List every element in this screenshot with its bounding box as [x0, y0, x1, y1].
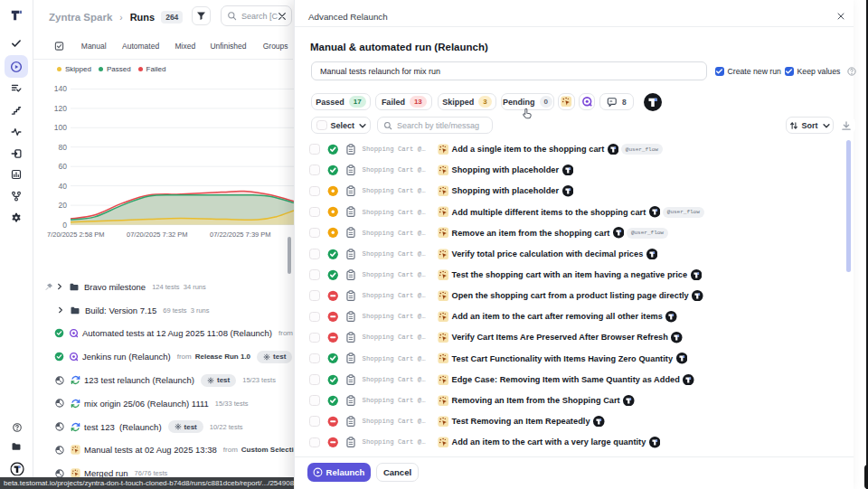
- svg-text:140: 140: [54, 84, 67, 93]
- svg-text:40: 40: [59, 182, 68, 191]
- svg-text:60: 60: [59, 162, 68, 171]
- svg-text:0: 0: [62, 221, 67, 230]
- svg-text:100: 100: [54, 123, 67, 132]
- svg-text:20: 20: [59, 201, 68, 210]
- svg-text:80: 80: [59, 143, 68, 152]
- svg-text:120: 120: [54, 104, 67, 113]
